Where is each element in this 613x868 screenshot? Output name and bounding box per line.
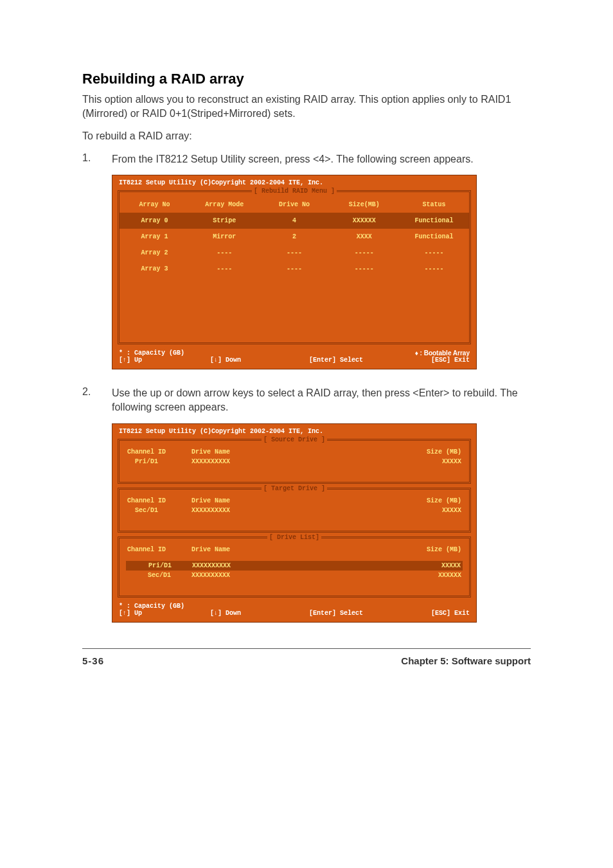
cell-drive-name: XXXXXXXXXX: [191, 572, 352, 579]
col-drive-name: Drive Name: [191, 546, 359, 553]
cell-status: -----: [399, 261, 469, 277]
box-label: [ Drive List]: [267, 534, 321, 541]
col-array-no: Array No: [120, 192, 190, 213]
legend-capacity: * : Capacity (GB): [119, 350, 184, 357]
cell-size: XXXXXX: [329, 213, 399, 229]
cell-drive-no: 2: [260, 229, 330, 245]
cell-array-no: Array 0: [120, 213, 190, 229]
cell-channel-id: Pri/D1: [128, 562, 192, 569]
cell-drive-name: XXXXXXXXXX: [191, 458, 359, 465]
prelist-paragraph: To rebuild a RAID array:: [82, 129, 531, 143]
legend-exit: [ESC] Exit: [431, 357, 470, 364]
step-2: 2. Use the up or down arrow keys to sele…: [82, 386, 531, 414]
list-item[interactable]: Sec/D1 XXXXXXXXXX XXXXXX: [120, 572, 469, 579]
legend-select: [Enter] Select: [309, 357, 363, 364]
cell-drive-no: ----: [260, 245, 330, 261]
cell-drive-no: ----: [260, 261, 330, 277]
drive-list-box: [ Drive List] Channel ID Drive Name Size…: [118, 536, 471, 598]
bios-screenshot-drives: IT8212 Setup Utility (C)Copyright 2002-2…: [112, 423, 477, 623]
cell-channel-id: Sec/D1: [127, 572, 191, 579]
legend-up: [↑] Up: [119, 357, 142, 364]
page-number: 5-36: [82, 655, 104, 666]
col-drive-no: Drive No: [260, 192, 330, 213]
legend-bootable: ♦ : Bootable Array: [415, 350, 470, 357]
col-channel-id: Channel ID: [127, 497, 191, 504]
target-drive-box: [ Target Drive ] Channel ID Drive Name S…: [118, 488, 471, 533]
legend-up: [↑] Up: [119, 610, 142, 617]
step-text: From the IT8212 Setup Utility screen, pr…: [112, 152, 531, 166]
col-status: Status: [399, 192, 469, 213]
raid-array-table: Array No Array Mode Drive No Size(MB) St…: [120, 192, 469, 277]
cell-status: -----: [399, 245, 469, 261]
cell-size: -----: [329, 245, 399, 261]
cell-drive-name: XXXXXXXXXX: [192, 562, 353, 569]
page-footer: 5-36 Chapter 5: Software support: [82, 648, 531, 666]
cell-size: -----: [329, 261, 399, 277]
col-size: Size (MB): [359, 546, 461, 553]
cell-drive-name: XXXXXXXXXX: [191, 507, 359, 514]
col-drive-name: Drive Name: [191, 497, 359, 504]
legend-down: [↓] Down: [210, 357, 241, 364]
cell-array-mode: Stripe: [190, 213, 260, 229]
bios-legend: * : Capacity (GB) ♦ : Bootable Array [↑]…: [112, 348, 476, 369]
cell-size: XXXXX: [359, 507, 461, 514]
col-array-mode: Array Mode: [190, 192, 260, 213]
cell-status: Functional: [399, 213, 469, 229]
cell-drive-no: 4: [260, 213, 330, 229]
cell-array-mode: Mirror: [190, 229, 260, 245]
col-channel-id: Channel ID: [127, 448, 191, 456]
table-row[interactable]: Array 0 Stripe 4 XXXXXX Functional: [120, 213, 469, 229]
legend-select: [Enter] Select: [309, 610, 363, 617]
page-title: Rebuilding a RAID array: [82, 71, 531, 87]
col-channel-id: Channel ID: [127, 546, 191, 553]
bios-title: IT8212 Setup Utility (C)Copyright 2002-2…: [112, 175, 476, 189]
cell-array-no: Array 2: [120, 245, 190, 261]
legend-exit: [ESC] Exit: [431, 610, 470, 617]
cell-size: XXXXXX: [352, 572, 461, 579]
table-row[interactable]: Array 1 Mirror 2 XXXX Functional: [120, 229, 469, 245]
col-size: Size (MB): [359, 497, 461, 504]
table-row[interactable]: Array 3 ---- ---- ----- -----: [120, 261, 469, 277]
intro-paragraph: This option allows you to reconstruct an…: [82, 93, 531, 120]
cell-channel-id: Sec/D1: [127, 507, 191, 514]
col-drive-name: Drive Name: [191, 448, 359, 456]
step-1: 1. From the IT8212 Setup Utility screen,…: [82, 152, 531, 166]
box-label: [ Target Drive ]: [262, 485, 327, 492]
cell-channel-id: Pri/D1: [127, 458, 191, 465]
chapter-title: Chapter 5: Software support: [401, 655, 531, 666]
cell-size: XXXXX: [359, 458, 461, 465]
box-label: [ Source Drive ]: [262, 436, 327, 443]
col-size: Size(MB): [329, 192, 399, 213]
legend-down: [↓] Down: [210, 610, 241, 617]
step-text: Use the up or down arrow keys to select …: [112, 386, 531, 414]
bios-legend: * : Capacity (GB) [↑] Up [↓] Down [Enter…: [112, 601, 476, 622]
cell-status: Functional: [399, 229, 469, 245]
cell-array-mode: ----: [190, 245, 260, 261]
cell-size: XXXX: [329, 229, 399, 245]
col-size: Size (MB): [359, 448, 461, 456]
step-number: 1.: [82, 152, 112, 164]
legend-capacity: * : Capacity (GB): [119, 603, 184, 610]
table-row[interactable]: Array 2 ---- ---- ----- -----: [120, 245, 469, 261]
menu-label: [ Rebuild RAID Menu ]: [252, 188, 337, 195]
rebuild-raid-menu-box: [ Rebuild RAID Menu ] Array No Array Mod…: [118, 190, 471, 344]
cell-array-no: Array 1: [120, 229, 190, 245]
bios-screenshot-rebuild-menu: IT8212 Setup Utility (C)Copyright 2002-2…: [112, 175, 477, 369]
bios-title: IT8212 Setup Utility (C)Copyright 2002-2…: [112, 424, 476, 438]
source-drive-box: [ Source Drive ] Channel ID Drive Name S…: [118, 439, 471, 484]
cell-size: XXXXX: [353, 562, 461, 569]
list-item[interactable]: Pri/D1 XXXXXXXXXX XXXXX: [126, 561, 463, 571]
cell-array-mode: ----: [190, 261, 260, 277]
step-number: 2.: [82, 386, 112, 398]
cell-array-no: Array 3: [120, 261, 190, 277]
